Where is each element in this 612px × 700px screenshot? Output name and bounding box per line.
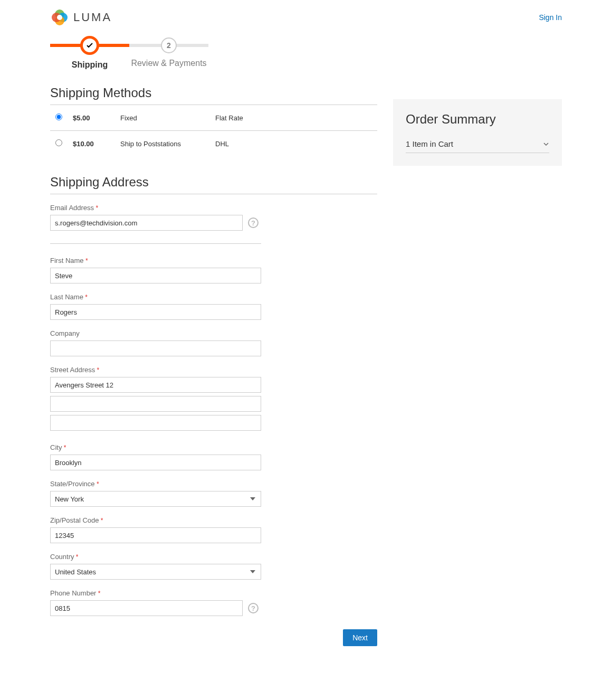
company-field[interactable] — [50, 340, 261, 356]
first-name-field[interactable] — [50, 268, 261, 283]
next-button[interactable]: Next — [343, 629, 377, 646]
shipping-method-radio[interactable] — [55, 113, 62, 120]
help-icon[interactable]: ? — [248, 217, 259, 228]
chevron-down-icon — [543, 141, 549, 147]
shipping-method-radio[interactable] — [55, 139, 62, 146]
cart-items-toggle[interactable]: 1 Item in Cart — [406, 135, 549, 153]
last-name-label: Last Name — [50, 293, 377, 301]
city-field[interactable] — [50, 455, 261, 470]
check-icon — [86, 42, 93, 49]
shipping-carrier: Flat Rate — [210, 105, 377, 131]
help-icon[interactable]: ? — [248, 603, 259, 613]
shipping-method-row[interactable]: $10.00 Ship to Poststations DHL — [50, 131, 377, 157]
shipping-price: $5.00 — [68, 105, 115, 131]
email-label: Email Address — [50, 204, 377, 212]
zip-label: Zip/Postal Code — [50, 516, 377, 524]
shipping-address-title: Shipping Address — [50, 175, 377, 194]
shipping-methods-table: $5.00 Fixed Flat Rate $10.00 Ship to Pos… — [50, 105, 377, 156]
shipping-method-name: Ship to Poststations — [115, 131, 210, 157]
email-field[interactable] — [50, 215, 243, 231]
shipping-method-row[interactable]: $5.00 Fixed Flat Rate — [50, 105, 377, 131]
progress-circle-2: 2 — [161, 37, 177, 53]
shipping-price: $10.00 — [68, 131, 115, 157]
phone-label: Phone Number — [50, 589, 377, 597]
city-label: City — [50, 443, 377, 451]
zip-field[interactable] — [50, 527, 261, 543]
country-label: Country — [50, 553, 377, 561]
street-field-2[interactable] — [50, 396, 261, 412]
last-name-field[interactable] — [50, 304, 261, 320]
sign-in-link[interactable]: Sign In — [539, 13, 562, 22]
shipping-method-name: Fixed — [115, 105, 210, 131]
first-name-label: First Name — [50, 257, 377, 264]
order-summary-title: Order Summary — [406, 112, 549, 127]
progress-label-review: Review & Payments — [131, 59, 206, 68]
progress-step-review[interactable]: 2 Review & Payments — [129, 37, 208, 68]
progress-step-shipping[interactable]: Shipping — [50, 37, 129, 70]
street-field-1[interactable] — [50, 377, 261, 393]
street-label: Street Address — [50, 366, 377, 374]
phone-field[interactable] — [50, 600, 243, 616]
header: LUMA Sign In — [50, 8, 562, 27]
country-select[interactable]: United States — [50, 564, 261, 580]
progress-label-shipping: Shipping — [72, 60, 108, 70]
state-label: State/Province — [50, 480, 377, 488]
svg-point-4 — [57, 15, 62, 20]
checkout-progress: Shipping 2 Review & Payments — [50, 37, 562, 70]
progress-circle-check — [80, 36, 99, 55]
order-summary: Order Summary 1 Item in Cart — [393, 99, 562, 166]
street-field-3[interactable] — [50, 415, 261, 431]
state-select[interactable]: New York — [50, 491, 261, 507]
brand-text: LUMA — [73, 11, 112, 24]
divider — [50, 243, 261, 244]
shipping-carrier: DHL — [210, 131, 377, 157]
company-label: Company — [50, 329, 377, 337]
logo[interactable]: LUMA — [50, 8, 112, 27]
cart-items-count: 1 Item in Cart — [406, 139, 453, 148]
shipping-methods-title: Shipping Methods — [50, 86, 377, 105]
luma-logo-icon — [50, 8, 69, 27]
